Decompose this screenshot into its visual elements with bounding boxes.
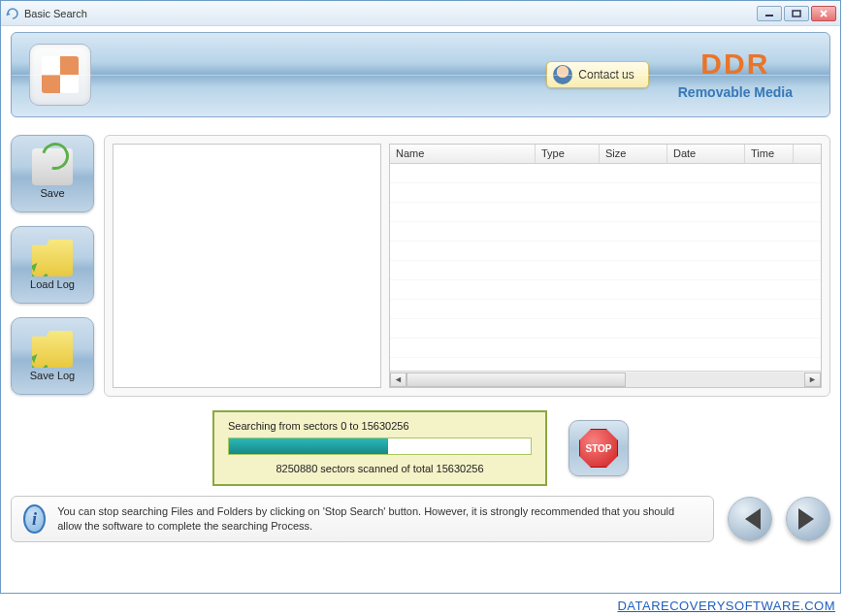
column-header[interactable]: Name (390, 145, 536, 163)
progress-bar (228, 438, 532, 455)
progress-range-text: Searching from sectors 0 to 15630256 (228, 420, 532, 432)
progress-row: Searching from sectors 0 to 15630256 825… (11, 410, 830, 486)
file-table-panel: NameTypeSizeDateTime ◄ ► (389, 144, 822, 388)
stop-button[interactable]: STOP (569, 420, 629, 476)
info-row: You can stop searching Files and Folders… (11, 496, 830, 542)
person-icon (553, 65, 572, 84)
folder-save-icon (32, 331, 73, 368)
column-header[interactable]: Date (667, 145, 745, 163)
header-banner: Contact us DDR Removable Media (11, 32, 830, 117)
column-header[interactable]: Time (745, 145, 794, 163)
brand-subtitle: Removable Media (678, 84, 793, 100)
contact-label: Contact us (578, 68, 634, 81)
next-button[interactable] (786, 497, 830, 541)
minimize-button[interactable] (757, 6, 782, 21)
contact-us-button[interactable]: Contact us (546, 61, 648, 88)
svg-rect-1 (793, 11, 800, 16)
titlebar: Basic Search (1, 1, 840, 26)
save-log-label: Save Log (30, 370, 75, 381)
window-title: Basic Search (24, 8, 757, 19)
save-label: Save (40, 187, 64, 199)
save-log-button[interactable]: Save Log (11, 317, 94, 395)
column-header[interactable]: Type (536, 145, 600, 163)
logo-icon (42, 56, 79, 93)
brand-block: DDR Removable Media (678, 49, 793, 100)
footer-link[interactable]: DATARECOVERYSOFTWARE.COM (617, 599, 835, 613)
arrow-right-icon (798, 508, 825, 530)
scroll-track[interactable] (406, 373, 804, 387)
scroll-left-button[interactable]: ◄ (390, 373, 406, 387)
logo-box (29, 44, 91, 106)
column-header[interactable]: Size (600, 145, 667, 163)
info-icon (23, 504, 46, 534)
progress-fill (229, 438, 388, 454)
table-header: NameTypeSizeDateTime (390, 145, 821, 164)
scroll-right-button[interactable]: ► (804, 373, 821, 387)
progress-status-text: 8250880 sectors scanned of total 1563025… (228, 463, 532, 474)
horizontal-scrollbar[interactable]: ◄ ► (390, 371, 821, 387)
load-log-label: Load Log (30, 278, 75, 290)
sidebar: Save Load Log Save Log (11, 135, 94, 397)
app-icon (5, 6, 20, 21)
close-button[interactable] (811, 6, 836, 21)
brand-title: DDR (678, 49, 793, 79)
info-text: You can stop searching Files and Folders… (57, 504, 701, 534)
folder-tree-panel[interactable] (113, 144, 381, 388)
svg-rect-0 (765, 15, 773, 16)
content-area: Contact us DDR Removable Media Save Load… (1, 26, 840, 552)
folder-load-icon (32, 240, 73, 276)
scroll-thumb[interactable] (406, 373, 626, 387)
progress-box: Searching from sectors 0 to 15630256 825… (212, 410, 547, 486)
save-drive-icon (32, 148, 73, 185)
arrow-left-icon (734, 508, 761, 530)
main-area: Save Load Log Save Log NameTypeSizeDateT… (11, 135, 830, 397)
window-controls (757, 6, 836, 21)
maximize-button[interactable] (784, 6, 809, 21)
info-box: You can stop searching Files and Folders… (11, 496, 714, 542)
load-log-button[interactable]: Load Log (11, 226, 94, 304)
app-window: Basic Search Contact us DDR Removable Me… (0, 0, 841, 594)
table-body[interactable] (390, 164, 821, 371)
stop-label: STOP (585, 443, 611, 454)
save-button[interactable]: Save (11, 135, 94, 212)
results-panels: NameTypeSizeDateTime ◄ ► (104, 135, 830, 397)
back-button[interactable] (728, 497, 772, 541)
stop-sign-icon: STOP (579, 429, 618, 468)
